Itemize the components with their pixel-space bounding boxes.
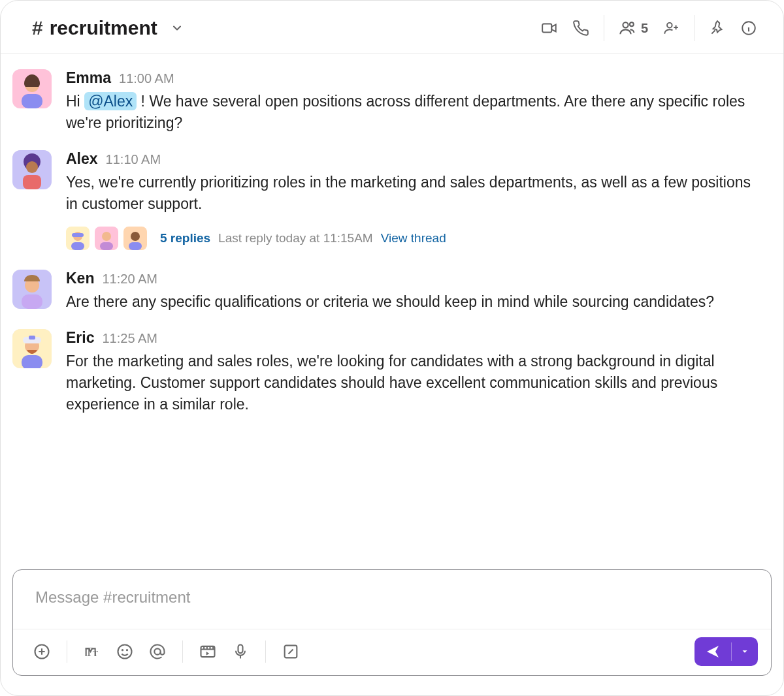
thread-avatar: [66, 227, 90, 250]
thread-avatars: [66, 227, 147, 250]
message-list: Emma 11:00 AM Hi @Alex ! We have several…: [1, 54, 783, 562]
svg-point-36: [154, 648, 160, 654]
svg-rect-24: [22, 294, 42, 309]
info-button[interactable]: [740, 20, 757, 37]
send-button[interactable]: [694, 637, 758, 666]
thread-summary[interactable]: 5 replies Last reply today at 11:15AM Vi…: [66, 227, 757, 250]
svg-point-20: [131, 232, 140, 241]
message-row: Eric 11:25 AM For the marketing and sale…: [12, 320, 757, 422]
message-text: For the marketing and sales roles, we're…: [66, 351, 757, 416]
composer-toolbar: TT: [13, 629, 771, 675]
avatar[interactable]: [12, 69, 52, 108]
divider: [182, 641, 183, 663]
message-time: 11:25 AM: [102, 331, 157, 346]
avatar[interactable]: [12, 270, 52, 309]
format-button[interactable]: TT: [79, 639, 105, 665]
video-call-button[interactable]: [541, 20, 558, 37]
svg-rect-28: [29, 336, 35, 340]
message-author[interactable]: Emma: [66, 69, 111, 87]
pin-button[interactable]: [709, 20, 726, 37]
mention[interactable]: @Alex: [84, 92, 137, 110]
svg-rect-18: [100, 242, 113, 250]
thread-last-reply: Last reply today at 11:15AM: [218, 231, 373, 245]
add-member-button[interactable]: [662, 20, 679, 37]
svg-text:T: T: [86, 645, 93, 659]
send-options-button[interactable]: [732, 637, 758, 666]
message-row: Alex 11:10 AM Yes, we're currently prior…: [12, 141, 757, 261]
svg-rect-11: [23, 175, 41, 189]
emoji-button[interactable]: [112, 639, 138, 665]
members-button[interactable]: 5: [619, 19, 648, 37]
message-composer: Message #recruitment TT: [12, 569, 772, 676]
member-count: 5: [641, 21, 648, 36]
svg-point-33: [118, 645, 132, 659]
view-thread-link[interactable]: View thread: [381, 231, 446, 245]
svg-rect-38: [238, 645, 243, 654]
svg-rect-7: [22, 94, 42, 108]
audio-clip-button[interactable]: [227, 639, 253, 665]
message-time: 11:10 AM: [106, 152, 161, 167]
svg-rect-15: [71, 242, 84, 250]
svg-point-3: [667, 23, 672, 28]
svg-text:T: T: [93, 649, 98, 658]
message-author[interactable]: Ken: [66, 270, 94, 287]
channel-header: # recruitment 5: [1, 1, 783, 54]
thread-replies-count[interactable]: 5 replies: [160, 231, 210, 245]
message-time: 11:20 AM: [102, 272, 157, 287]
message-text: Are there any specific qualifications or…: [66, 291, 757, 313]
message-row: Emma 11:00 AM Hi @Alex ! We have several…: [12, 60, 757, 141]
svg-rect-29: [22, 355, 42, 368]
channel-name: recruitment: [50, 17, 157, 39]
svg-point-10: [26, 161, 38, 173]
message-author[interactable]: Eric: [66, 329, 94, 347]
divider: [67, 641, 67, 663]
avatar[interactable]: [12, 150, 52, 189]
svg-point-1: [623, 22, 628, 27]
send-icon: [694, 637, 731, 666]
message-row: Ken 11:20 AM Are there any specific qual…: [12, 261, 757, 319]
chevron-down-icon: [171, 22, 184, 35]
header-actions: 5: [541, 15, 757, 41]
phone-call-button[interactable]: [572, 20, 589, 37]
svg-point-17: [102, 232, 111, 241]
divider: [265, 641, 266, 663]
divider: [604, 15, 604, 41]
thread-avatar: [123, 227, 147, 250]
video-clip-button[interactable]: [195, 639, 221, 665]
message-author[interactable]: Alex: [66, 150, 98, 168]
svg-rect-14: [72, 233, 84, 237]
svg-rect-0: [542, 24, 551, 33]
avatar[interactable]: [12, 329, 52, 368]
message-time: 11:00 AM: [119, 71, 174, 86]
mention-button[interactable]: [144, 639, 171, 665]
thread-avatar: [95, 227, 118, 250]
attach-button[interactable]: [29, 639, 55, 665]
message-text: Yes, we're currently prioritizing roles …: [66, 172, 757, 215]
message-input[interactable]: Message #recruitment: [13, 570, 771, 629]
divider: [694, 15, 694, 41]
hash-icon: #: [32, 17, 43, 39]
channel-title-button[interactable]: # recruitment: [32, 17, 184, 39]
svg-point-2: [630, 22, 634, 26]
svg-point-35: [127, 650, 127, 650]
svg-point-34: [122, 650, 123, 650]
shortcuts-button[interactable]: [278, 639, 304, 665]
message-text: Hi @Alex ! We have several open position…: [66, 91, 757, 134]
svg-rect-21: [129, 242, 142, 250]
